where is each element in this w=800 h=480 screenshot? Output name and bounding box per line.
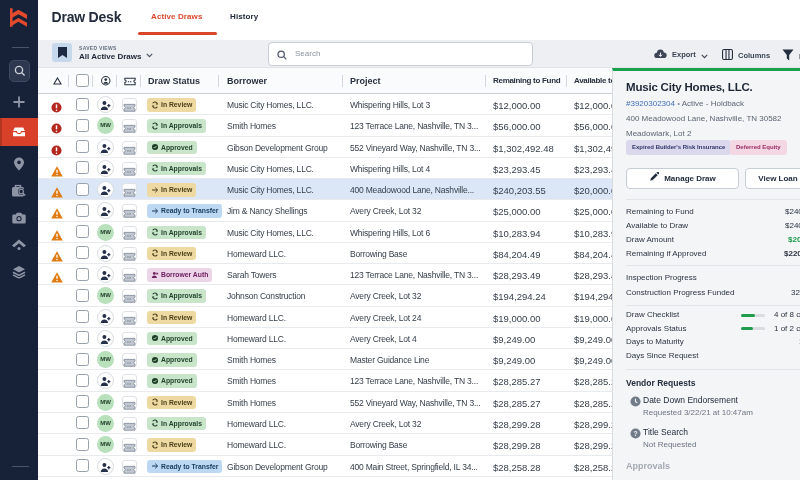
svg-text:?: ?	[633, 430, 637, 437]
